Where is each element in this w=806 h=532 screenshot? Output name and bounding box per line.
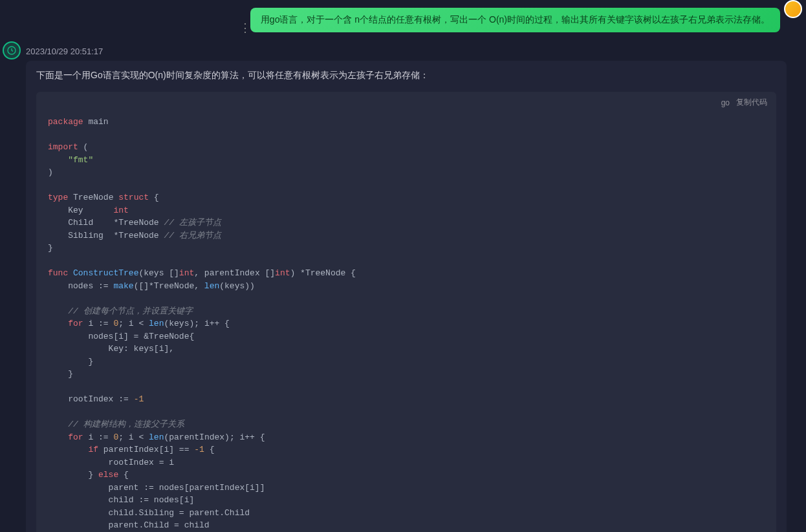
assistant-message-bubble: 下面是一个用Go语言实现的O(n)时间复杂度的算法，可以将任意有根树表示为左孩子… bbox=[26, 61, 787, 532]
code-header: go 复制代码 bbox=[36, 92, 776, 108]
user-message-text: 用go语言，对于一个含 n个结点的任意有根树，写出一个 O(n)时间的过程，输出… bbox=[261, 14, 770, 25]
assistant-intro-text: 下面是一个用Go语言实现的O(n)时间复杂度的算法，可以将任意有根树表示为左孩子… bbox=[36, 70, 776, 81]
copy-code-button[interactable]: 复制代码 bbox=[736, 97, 767, 108]
code-block: go 复制代码 package main import ( "fmt" ) ty… bbox=[36, 92, 776, 532]
user-message-bubble: 用go语言，对于一个含 n个结点的任意有根树，写出一个 O(n)时间的过程，输出… bbox=[250, 8, 780, 32]
code-content: package main import ( "fmt" ) type TreeN… bbox=[36, 108, 776, 532]
user-avatar bbox=[784, 0, 802, 18]
assistant-avatar bbox=[3, 41, 21, 59]
more-options-icon[interactable]: ⋮ bbox=[239, 21, 251, 35]
code-language-label: go bbox=[721, 98, 730, 107]
message-timestamp: 2023/10/29 20:51:17 bbox=[26, 47, 103, 56]
